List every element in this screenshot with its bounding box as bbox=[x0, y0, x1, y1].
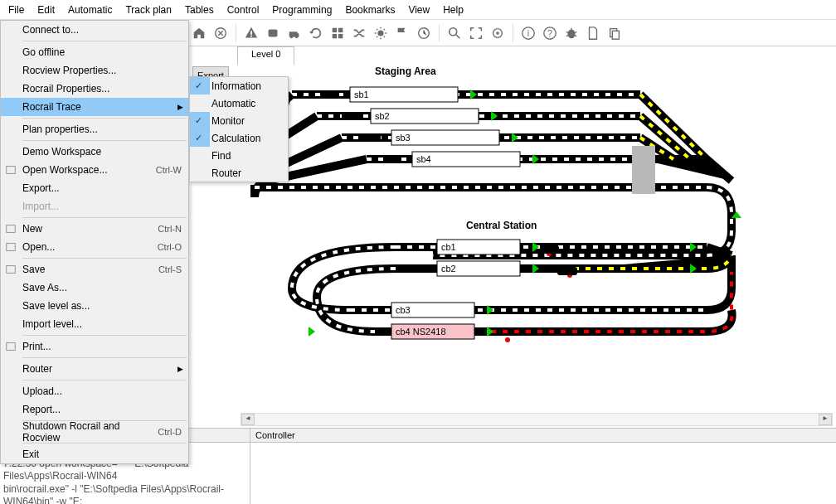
loco-icon[interactable] bbox=[286, 25, 303, 41]
menu-edit[interactable]: Edit bbox=[31, 2, 61, 18]
file-menu-undefined[interactable]: Upload... bbox=[1, 382, 188, 400]
target-icon[interactable] bbox=[489, 25, 506, 41]
menu-help[interactable]: Help bbox=[436, 2, 470, 18]
svg-rect-22 bbox=[7, 167, 16, 174]
submenu-arrow-icon: ▶ bbox=[177, 365, 183, 373]
file-menu-undefined[interactable]: Rocrail Properties... bbox=[1, 80, 188, 98]
file-menu-undefined[interactable]: Rocview Properties... bbox=[1, 61, 188, 80]
fullscreen-icon[interactable] bbox=[468, 25, 484, 41]
file-menu-dropdown: Connect to...Go offlineRocview Propertie… bbox=[0, 20, 189, 464]
flag-icon[interactable] bbox=[394, 25, 411, 41]
menu-control[interactable]: Control bbox=[221, 2, 266, 18]
svg-rect-24 bbox=[7, 244, 16, 251]
svg-rect-1 bbox=[250, 31, 252, 35]
file-menu-undefined[interactable]: Plan properties... bbox=[1, 120, 188, 138]
grid-icon[interactable] bbox=[329, 25, 346, 41]
menu-automatic[interactable]: Automatic bbox=[61, 2, 119, 18]
svg-rect-26 bbox=[7, 343, 16, 351]
scroll-right-icon[interactable]: ► bbox=[819, 414, 832, 425]
warning-icon[interactable] bbox=[243, 25, 260, 41]
menu-trackplan[interactable]: Track plan bbox=[119, 2, 178, 18]
svg-text:sb1: sb1 bbox=[354, 90, 369, 99]
svg-point-5 bbox=[295, 35, 299, 38]
file-menu-undefined[interactable]: Exit bbox=[1, 445, 188, 463]
trace-information[interactable]: ✓Information bbox=[190, 77, 288, 94]
tab-bar: Level 0 bbox=[237, 46, 294, 65]
file-menu-undefined[interactable]: SaveCtrl-S bbox=[1, 260, 188, 279]
file-menu-undefined[interactable]: Print... bbox=[1, 337, 188, 356]
svg-point-10 bbox=[377, 30, 383, 36]
menu-tables[interactable]: Tables bbox=[178, 2, 221, 18]
svg-rect-23 bbox=[7, 225, 16, 233]
svg-text:i: i bbox=[527, 27, 529, 37]
clock-icon[interactable] bbox=[416, 25, 432, 41]
file-menu-undefined[interactable]: Open...Ctrl-O bbox=[1, 238, 188, 256]
sun-icon[interactable] bbox=[372, 25, 389, 41]
controller-body bbox=[250, 443, 836, 504]
file-menu-undefined[interactable]: Rocrail Trace▶ bbox=[1, 98, 188, 116]
file-menu-undefined[interactable]: Import level... bbox=[1, 315, 188, 333]
svg-rect-9 bbox=[338, 33, 343, 37]
svg-point-19 bbox=[568, 29, 576, 38]
svg-rect-54 bbox=[541, 245, 559, 254]
print-icon bbox=[4, 340, 17, 353]
train-icon[interactable] bbox=[265, 25, 281, 41]
controller-panel-title: Controller bbox=[250, 429, 836, 443]
file-menu-undefined[interactable]: Shutdown Rocrail and RocviewCtrl-D bbox=[1, 423, 188, 441]
check-icon: ✓ bbox=[195, 115, 202, 126]
svg-text:sb4: sb4 bbox=[416, 154, 431, 164]
menu-bookmarks[interactable]: Bookmarks bbox=[338, 2, 401, 18]
svg-rect-50 bbox=[321, 90, 339, 99]
svg-rect-25 bbox=[7, 266, 16, 274]
file-menu-undefined[interactable]: Go offline bbox=[1, 43, 188, 61]
svg-point-14 bbox=[496, 32, 499, 35]
file-menu-undefined[interactable]: Demo Workspace bbox=[1, 143, 188, 161]
menu-file[interactable]: File bbox=[2, 2, 31, 18]
info-icon[interactable]: i bbox=[520, 25, 537, 41]
svg-rect-6 bbox=[333, 27, 337, 32]
copy-icon[interactable] bbox=[606, 25, 623, 41]
file-menu-undefined[interactable]: Save As... bbox=[1, 279, 188, 297]
trace-router[interactable]: Router bbox=[190, 164, 288, 182]
trace-find[interactable]: Find bbox=[190, 147, 288, 164]
central-station-title: Central Station bbox=[466, 220, 537, 231]
svg-text:sb2: sb2 bbox=[375, 111, 390, 121]
file-menu-undefined[interactable]: Report... bbox=[1, 400, 188, 419]
svg-text:cb3: cb3 bbox=[396, 305, 411, 315]
menubar: File Edit Automatic Track plan Tables Co… bbox=[0, 0, 836, 20]
menu-programming[interactable]: Programming bbox=[265, 2, 338, 18]
file-menu-undefined[interactable]: NewCtrl-N bbox=[1, 220, 188, 238]
svg-rect-8 bbox=[333, 33, 337, 37]
file-menu-undefined[interactable]: Save level as... bbox=[1, 297, 188, 315]
canvas-hscroll[interactable]: ◄ ► bbox=[241, 413, 833, 426]
doc-icon[interactable] bbox=[585, 25, 601, 41]
svg-rect-7 bbox=[338, 27, 343, 32]
file-menu-undefined[interactable]: Export... bbox=[1, 179, 188, 197]
tab-level0[interactable]: Level 0 bbox=[237, 46, 294, 65]
file-menu-undefined[interactable]: Open Workspace...Ctrl-W bbox=[1, 161, 188, 179]
zoom-icon[interactable] bbox=[446, 25, 463, 41]
refresh-icon[interactable] bbox=[308, 25, 324, 41]
trace-monitor[interactable]: ✓Monitor bbox=[190, 112, 288, 129]
shuffle-icon[interactable] bbox=[351, 25, 367, 41]
svg-text:sb3: sb3 bbox=[396, 133, 411, 143]
check-icon: ✓ bbox=[195, 133, 202, 143]
save-icon bbox=[4, 263, 17, 276]
level-crossing bbox=[632, 146, 655, 194]
track-canvas[interactable]: Staging Area Central Station bbox=[241, 65, 833, 413]
svg-rect-51 bbox=[342, 112, 360, 120]
bug-icon[interactable] bbox=[563, 25, 580, 41]
file-menu-undefined[interactable]: Router▶ bbox=[1, 360, 188, 378]
help-icon[interactable]: ? bbox=[542, 25, 558, 41]
trace-automatic[interactable]: Automatic bbox=[190, 94, 288, 112]
svg-text:cb2: cb2 bbox=[441, 264, 456, 274]
file-menu-undefined: Import... bbox=[1, 197, 188, 216]
trace-calculation[interactable]: ✓Calculation bbox=[190, 129, 288, 147]
scroll-left-icon[interactable]: ◄ bbox=[241, 414, 255, 425]
menu-view[interactable]: View bbox=[401, 2, 436, 18]
svg-point-49 bbox=[505, 337, 510, 342]
cancel-icon[interactable] bbox=[212, 25, 229, 41]
file-menu-undefined[interactable]: Connect to... bbox=[1, 21, 188, 39]
home-icon[interactable] bbox=[191, 25, 207, 41]
check-icon: ✓ bbox=[195, 80, 202, 91]
